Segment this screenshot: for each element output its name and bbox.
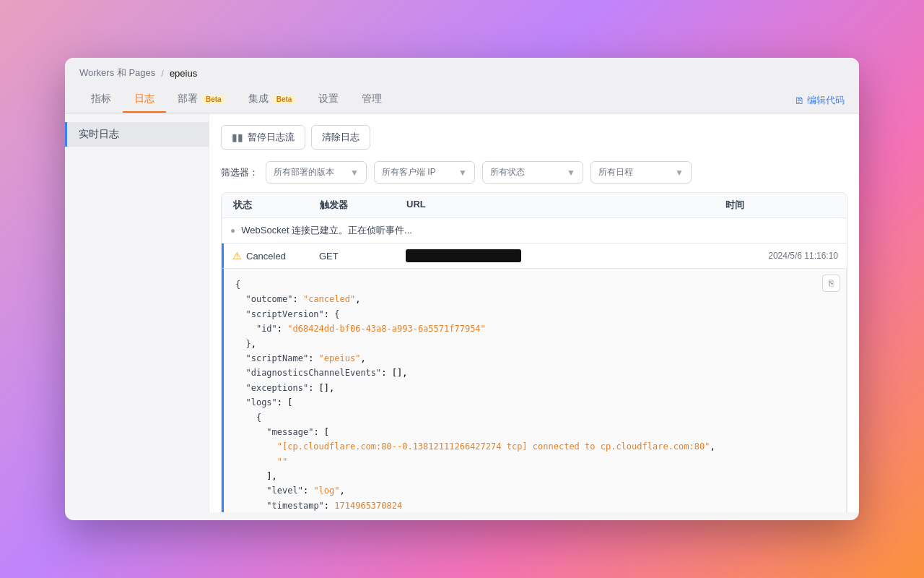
warning-icon: ⚠: [232, 250, 242, 262]
json-panel: ⎘ { "outcome": "canceled", "scriptVersio…: [222, 269, 847, 512]
version-filter[interactable]: 所有部署的版本 ▼: [266, 161, 367, 184]
url-redacted: [406, 249, 521, 262]
pause-icon: ▮▮: [232, 131, 243, 143]
json-line: "logs": [: [235, 395, 834, 410]
status-text: Canceled: [246, 251, 286, 262]
time-cell: 2024/5/6 11:16:10: [723, 251, 838, 261]
col-time: 时间: [723, 199, 838, 212]
ip-filter[interactable]: 所有客户端 IP ▼: [374, 161, 475, 184]
json-line: "[cp.cloudflare.com:80--0.13812111266427…: [235, 439, 834, 454]
col-trigger: 触发器: [317, 199, 404, 212]
url-cell: [406, 249, 723, 262]
tab-manage[interactable]: 管理: [350, 87, 393, 113]
json-line: },: [235, 337, 834, 351]
trigger-cell: GET: [319, 251, 406, 262]
json-line: ],: [235, 469, 834, 483]
breadcrumb-current: epeius: [170, 68, 197, 79]
deployments-beta-badge: Beta: [202, 95, 225, 104]
title-bar: Workers 和 Pages / epeius 指标 日志 部署 Beta 集…: [65, 58, 859, 113]
nav-tabs: 指标 日志 部署 Beta 集成 Beta 设置 管理: [79, 87, 393, 113]
websocket-message: WebSocket 连接已建立。正在侦听事件...: [241, 224, 412, 237]
json-line: "timestamp": 1714965370824: [235, 499, 834, 512]
tab-settings[interactable]: 设置: [307, 87, 350, 113]
tab-integrations[interactable]: 集成 Beta: [237, 87, 308, 113]
clear-logs-button[interactable]: 清除日志: [311, 125, 370, 150]
sidebar-item-label: 实时日志: [79, 128, 119, 141]
sidebar-item-realtime-logs[interactable]: 实时日志: [65, 122, 209, 147]
status-cell: ⚠ Canceled: [232, 250, 319, 262]
json-line: "message": [: [235, 425, 834, 439]
json-line: "scriptName": "epeius",: [235, 351, 834, 366]
chevron-down-icon: ▼: [675, 168, 684, 178]
main-content: 实时日志 ▮▮ 暂停日志流 清除日志 筛选器： 所有部署的版本 ▼: [65, 113, 859, 512]
edit-code-icon: 🖹: [795, 95, 804, 106]
json-line: "scriptVersion": {: [235, 307, 834, 322]
websocket-icon: ●: [230, 225, 235, 236]
table-header: 状态 触发器 URL 时间: [222, 193, 847, 218]
integrations-beta-badge: Beta: [273, 95, 296, 104]
json-line: {: [235, 277, 834, 292]
breadcrumb: Workers 和 Pages / epeius: [79, 66, 197, 79]
breadcrumb-parent: Workers 和 Pages: [79, 66, 155, 79]
col-url: URL: [404, 199, 723, 212]
chevron-down-icon: ▼: [458, 168, 467, 178]
pause-logs-button[interactable]: ▮▮ 暂停日志流: [221, 125, 305, 150]
json-line: "level": "log",: [235, 483, 834, 498]
json-line: "id": "d68424dd-bf06-43a8-a993-6a5571f77…: [235, 322, 834, 336]
json-line: "": [235, 454, 834, 469]
col-status: 状态: [230, 199, 317, 212]
content-area: ▮▮ 暂停日志流 清除日志 筛选器： 所有部署的版本 ▼ 所有客户端 IP ▼: [209, 113, 859, 512]
tab-logs[interactable]: 日志: [123, 87, 166, 113]
tab-deployments[interactable]: 部署 Beta: [166, 87, 237, 113]
chevron-down-icon: ▼: [567, 168, 575, 178]
websocket-status-row: ● WebSocket 连接已建立。正在侦听事件...: [222, 218, 847, 243]
app-window: Workers 和 Pages / epeius 指标 日志 部署 Beta 集…: [65, 58, 859, 520]
toolbar: ▮▮ 暂停日志流 清除日志: [221, 125, 847, 150]
chevron-down-icon: ▼: [350, 168, 359, 178]
edit-code-button[interactable]: 🖹 编辑代码: [795, 88, 845, 113]
json-line: "exceptions": [],: [235, 381, 834, 395]
json-line: {: [235, 410, 834, 425]
log-table: 状态 触发器 URL 时间 ● WebSocket 连接已建立。正在侦听事件..…: [221, 192, 847, 512]
breadcrumb-separator: /: [161, 68, 164, 79]
copy-json-button[interactable]: ⎘: [822, 275, 840, 292]
json-line: "outcome": "canceled",: [235, 292, 834, 306]
tab-metrics[interactable]: 指标: [79, 87, 123, 113]
table-row[interactable]: ⚠ Canceled GET 2024/5/6 11:16:10: [222, 243, 847, 269]
date-filter[interactable]: 所有日程 ▼: [590, 161, 692, 184]
status-filter[interactable]: 所有状态 ▼: [482, 161, 583, 184]
filters-row: 筛选器： 所有部署的版本 ▼ 所有客户端 IP ▼ 所有状态 ▼ 所有日程 ▼: [221, 161, 847, 184]
json-line: "diagnosticsChannelEvents": [],: [235, 366, 834, 380]
filter-label: 筛选器：: [221, 166, 258, 179]
sidebar: 实时日志: [65, 113, 209, 512]
